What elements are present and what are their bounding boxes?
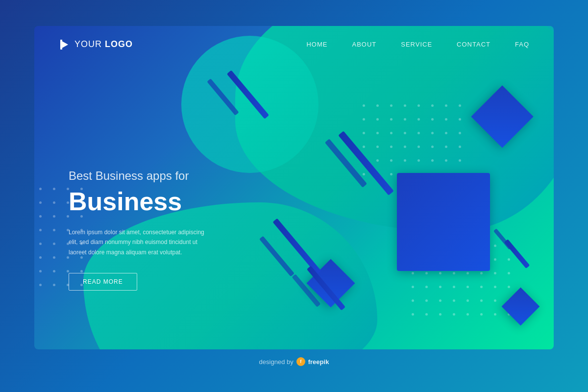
rect-shape-large (397, 173, 490, 271)
logo-area: YOUR LOGO (59, 39, 306, 50)
navbar: YOUR LOGO HOME ABOUT SERVICE CONTACT FAQ (34, 26, 554, 63)
nav-links: HOME ABOUT SERVICE CONTACT FAQ (306, 41, 529, 48)
nav-about[interactable]: ABOUT (352, 41, 376, 48)
brand-name: freepik (308, 358, 329, 366)
hero-description: Lorem ipsum dolor sit amet, consectetuer… (69, 227, 206, 257)
landing-page: (function(){ const grid = document.query… (34, 26, 554, 349)
logo-icon (59, 39, 70, 50)
hero-content: Best Business apps for Business Lorem ip… (69, 168, 206, 291)
nav-contact[interactable]: CONTACT (457, 41, 490, 48)
logo-bold: LOGO (105, 39, 133, 49)
logo-text: YOUR LOGO (74, 39, 133, 49)
nav-faq[interactable]: FAQ (515, 41, 529, 48)
nav-home[interactable]: HOME (306, 41, 327, 48)
hero-title: Business (69, 188, 206, 216)
hero-subtitle: Best Business apps for (69, 168, 206, 183)
dots-top-right: (function(){ const grid = document.query… (363, 104, 466, 180)
freepik-icon: f (296, 357, 305, 366)
read-more-button[interactable]: READ MORE (69, 273, 137, 291)
footer-credit: designed by f freepik (259, 357, 329, 366)
nav-service[interactable]: SERVICE (401, 41, 432, 48)
credit-text: designed by (259, 358, 294, 366)
svg-rect-1 (60, 40, 62, 49)
logo-regular: YOUR (74, 39, 105, 49)
